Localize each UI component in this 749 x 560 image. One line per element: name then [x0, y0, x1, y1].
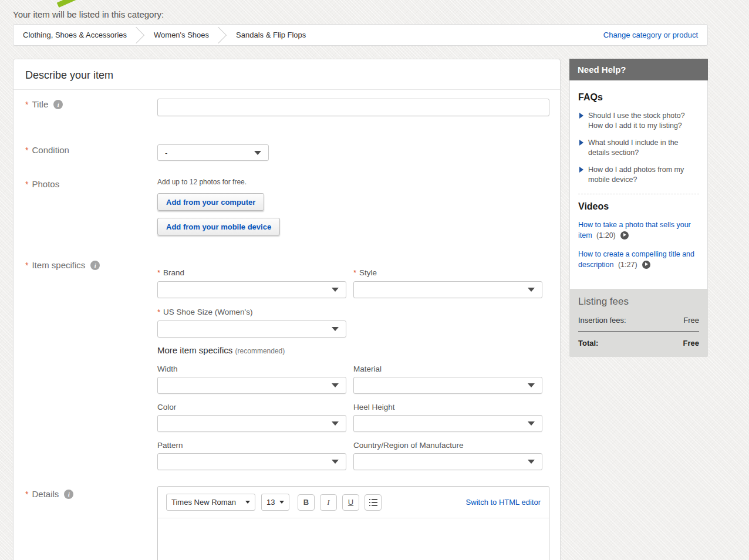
bullet-list-icon — [369, 499, 377, 506]
chevron-down-icon — [245, 501, 250, 504]
add-from-computer-button[interactable]: Add from your computer — [157, 193, 264, 211]
chevron-right-icon — [210, 26, 227, 43]
total-value: Free — [683, 339, 699, 348]
title-label: * Title i — [25, 99, 63, 109]
chevron-down-icon — [332, 288, 339, 292]
category-note: Your item will be listed in this categor… — [13, 9, 164, 19]
chevron-down-icon — [528, 460, 535, 464]
arrow-right-icon — [579, 113, 583, 119]
info-icon[interactable]: i — [64, 490, 73, 499]
faq-link-stock-photo[interactable]: Should I use the stock photo? How do I a… — [578, 111, 699, 130]
breadcrumb: Clothing, Shoes & Accessories Women's Sh… — [13, 24, 708, 46]
chevron-down-icon — [332, 383, 339, 387]
panel-title: Describe your item — [14, 59, 560, 90]
width-label: Width — [157, 365, 178, 373]
recommended-note: (recommended) — [235, 347, 285, 355]
underline-button[interactable]: U — [342, 494, 359, 511]
pattern-label: Pattern — [157, 441, 183, 450]
more-item-specifics-title: More item specifics (recommended) — [157, 345, 285, 355]
divider — [578, 331, 699, 332]
video-duration: (1:20) — [596, 231, 616, 239]
listing-fees-panel: Listing fees Insertion fees: Free Total:… — [569, 289, 708, 357]
country-dropdown[interactable] — [353, 453, 542, 470]
editor-toolbar: Times New Roman 13 B I U Switch to HTML … — [158, 487, 549, 518]
required-asterisk: * — [25, 146, 28, 155]
need-help-header: Need Help? — [569, 59, 708, 80]
required-asterisk: * — [25, 180, 28, 189]
chevron-down-icon — [332, 421, 339, 426]
brand-label: * Brand — [157, 268, 184, 277]
pattern-dropdown[interactable] — [157, 453, 346, 470]
shoe-size-label: * US Shoe Size (Women's) — [157, 308, 252, 316]
chevron-down-icon — [332, 327, 339, 331]
chevron-right-icon — [128, 26, 144, 43]
sell-listing-page: Your item will be listed in this categor… — [0, 0, 749, 560]
material-dropdown[interactable] — [353, 377, 542, 394]
title-input[interactable] — [157, 99, 549, 116]
divider — [578, 194, 699, 194]
describe-item-panel: Describe your item * Title i * Condition… — [13, 59, 561, 560]
photos-note: Add up to 12 photos for free. — [157, 178, 247, 186]
style-label: * Style — [353, 268, 377, 277]
add-from-mobile-button[interactable]: Add from your mobile device — [157, 218, 280, 235]
need-help-panel: Need Help? FAQs Should I use the stock p… — [569, 59, 708, 290]
change-category-link[interactable]: Change category or product — [603, 31, 698, 39]
color-dropdown[interactable] — [157, 415, 346, 432]
shoe-size-dropdown[interactable] — [157, 321, 346, 338]
listing-fees-title: Listing fees — [578, 296, 699, 308]
condition-label: * Condition — [25, 145, 69, 155]
bold-button[interactable]: B — [298, 494, 315, 511]
total-label: Total: — [578, 339, 598, 348]
required-asterisk: * — [25, 100, 28, 109]
video-duration: (1:27) — [618, 261, 637, 269]
chevron-down-icon — [528, 383, 535, 387]
color-label: Color — [157, 403, 176, 411]
switch-to-html-editor-link[interactable]: Switch to HTML editor — [466, 498, 541, 507]
chevron-down-icon — [279, 501, 284, 504]
required-asterisk: * — [25, 261, 28, 270]
italic-button[interactable]: I — [320, 494, 337, 511]
faq-link-mobile-photos[interactable]: How do I add photos from my mobile devic… — [578, 165, 699, 184]
description-textarea[interactable] — [158, 518, 549, 560]
videos-heading: Videos — [578, 201, 699, 212]
video-link-photo-that-sells: How to take a photo that sells your item… — [578, 220, 699, 241]
breadcrumb-item-sandals[interactable]: Sandals & Flip Flops — [236, 31, 306, 39]
details-editor: Times New Roman 13 B I U Switch to HTML … — [157, 486, 549, 560]
play-icon[interactable] — [642, 261, 650, 269]
faq-link-details-section[interactable]: What should I include in the details sec… — [578, 138, 699, 157]
insertion-fees-row: Insertion fees: Free — [578, 316, 699, 325]
video-title-link[interactable]: How to take a photo that sells your item — [578, 221, 691, 239]
breadcrumb-item-womens-shoes[interactable]: Women's Shoes — [154, 31, 209, 39]
heel-height-label: Heel Height — [353, 403, 395, 411]
brand-dropdown[interactable] — [157, 281, 346, 298]
bullet-list-button[interactable] — [365, 494, 382, 511]
ebay-logo-fragment-icon — [57, 0, 79, 8]
required-asterisk: * — [25, 490, 28, 499]
info-icon[interactable]: i — [90, 261, 100, 270]
info-icon[interactable]: i — [53, 100, 63, 109]
play-icon[interactable] — [620, 231, 629, 239]
arrow-right-icon — [579, 167, 583, 173]
width-dropdown[interactable] — [157, 377, 346, 394]
condition-dropdown[interactable]: - — [157, 144, 269, 161]
details-label: * Details i — [25, 489, 73, 499]
chevron-down-icon — [528, 421, 535, 426]
chevron-down-icon — [254, 151, 261, 155]
style-dropdown[interactable] — [353, 281, 542, 298]
country-label: Country/Region of Manufacture — [353, 441, 464, 450]
video-link-compelling-title: How to create a compelling title and des… — [578, 249, 699, 270]
photos-label: * Photos — [25, 179, 59, 189]
breadcrumb-item-clothing[interactable]: Clothing, Shoes & Accessories — [23, 31, 127, 39]
material-label: Material — [353, 365, 382, 373]
total-fees-row: Total: Free — [578, 339, 699, 348]
insertion-fees-label: Insertion fees: — [578, 316, 626, 325]
condition-value: - — [165, 149, 167, 157]
insertion-fees-value: Free — [683, 316, 699, 325]
chevron-down-icon — [528, 288, 535, 292]
chevron-down-icon — [332, 460, 339, 464]
arrow-right-icon — [579, 140, 583, 146]
font-size-select[interactable]: 13 — [261, 494, 289, 511]
font-family-select[interactable]: Times New Roman — [166, 494, 255, 511]
heel-height-dropdown[interactable] — [353, 415, 542, 432]
faqs-heading: FAQs — [578, 92, 699, 103]
